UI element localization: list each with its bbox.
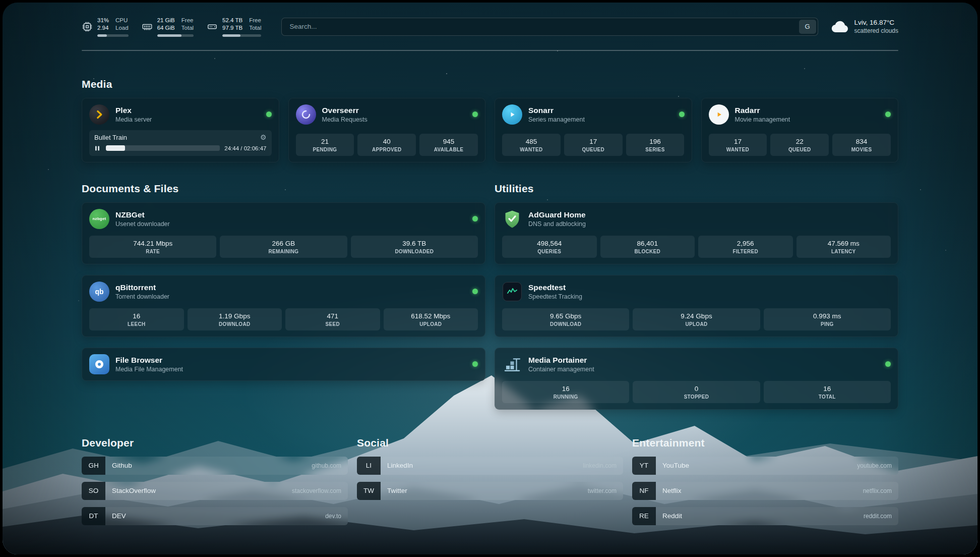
weather-widget: Lviv, 16.87°C scattered clouds <box>831 19 898 34</box>
service-name: qBittorrent <box>115 283 169 292</box>
topbar: 31% CPU 2.94 Load 21 GiB Free 64 <box>82 17 898 37</box>
service-card-speedtest[interactable]: Speedtest Speedtest Tracking 9.65 GbpsDO… <box>495 275 898 337</box>
stat-filtered: 2,956FILTERED <box>698 236 793 258</box>
bookmarks-area: Developer GH Github github.com SO StackO… <box>82 437 898 532</box>
service-card-qbittorrent[interactable]: qb qBittorrent Torrent downloader 16LEEC… <box>82 275 485 337</box>
service-card-adguard[interactable]: AdGuard Home DNS and adblocking 498,564Q… <box>495 202 898 264</box>
disk-label-top: Free <box>249 17 261 24</box>
stat-queued: 22QUEUED <box>770 134 829 156</box>
service-card-radarr[interactable]: Radarr Movie management 17WANTED 22QUEUE… <box>701 98 899 162</box>
stat-upload: 9.24 GbpsUPLOAD <box>633 308 760 330</box>
disk-total: 97.9 TB <box>222 24 242 31</box>
ram-icon <box>142 21 153 32</box>
service-name: Plex <box>115 106 152 115</box>
playback-progress-bar[interactable] <box>106 145 220 151</box>
bookmark-netflix[interactable]: NF Netflix netflix.com <box>632 482 898 500</box>
stat-approved: 40APPROVED <box>357 134 416 156</box>
service-description: Media server <box>115 116 152 123</box>
now-playing-widget: Bullet Train ⚙ 24:44 / 02:06:47 <box>89 130 272 156</box>
filebrowser-icon <box>89 354 109 374</box>
bookmark-stackoverflow[interactable]: SO StackOverflow stackoverflow.com <box>82 482 348 500</box>
bookmark-abbr: GH <box>82 457 105 475</box>
bookmark-name: YouTube <box>656 462 689 469</box>
cloud-icon <box>831 20 849 33</box>
stat-pending: 21PENDING <box>296 134 354 156</box>
search-bar[interactable]: G <box>281 18 818 36</box>
bookmark-reddit[interactable]: RE Reddit reddit.com <box>632 507 898 525</box>
service-card-nzbget[interactable]: nzbget NZBGet Usenet downloader 744.21 M… <box>82 202 485 264</box>
service-description: DNS and adblocking <box>528 220 586 228</box>
stat-latency: 47.569 msLATENCY <box>797 236 891 258</box>
bookmark-abbr: TW <box>357 482 381 500</box>
service-description: Series management <box>528 116 585 123</box>
bookmark-dev[interactable]: DT DEV dev.to <box>82 507 348 525</box>
service-card-plex[interactable]: Plex Media server Bullet Train ⚙ <box>82 98 279 162</box>
stat-rate: 744.21 MbpsRATE <box>89 236 216 258</box>
stat-seed: 471SEED <box>285 308 380 330</box>
service-card-portainer[interactable]: Media Portainer Container management 16R… <box>495 348 898 410</box>
bookmark-group-entertainment: Entertainment YT YouTube youtube.com NF … <box>632 437 898 532</box>
bookmark-abbr: LI <box>357 457 381 475</box>
bookmark-group-heading: Social <box>357 437 623 449</box>
service-description: Media Requests <box>322 116 368 123</box>
stat-wanted: 17WANTED <box>709 134 767 156</box>
stars-decoration <box>3 3 4 4</box>
bookmark-github[interactable]: GH Github github.com <box>82 457 348 475</box>
stat-leech: 16LEECH <box>89 308 184 330</box>
bookmark-domain: linkedin.com <box>583 462 623 469</box>
status-dot <box>885 112 891 117</box>
disk-usage-bar <box>222 34 261 37</box>
ram-usage-bar <box>157 34 194 37</box>
bookmark-abbr: DT <box>82 507 105 525</box>
cpu-icon <box>82 21 93 32</box>
sonarr-icon <box>502 104 522 125</box>
bookmark-domain: github.com <box>312 462 348 469</box>
bookmark-youtube[interactable]: YT YouTube youtube.com <box>632 457 898 475</box>
overseerr-icon <box>296 104 316 125</box>
search-provider-button[interactable]: G <box>799 20 816 34</box>
bookmark-name: LinkedIn <box>381 462 413 469</box>
stat-queries: 498,564QUERIES <box>502 236 597 258</box>
service-name: File Browser <box>115 356 183 365</box>
stat-downloaded: 39.6 TBDOWNLOADED <box>351 236 478 258</box>
stat-total: 16TOTAL <box>764 381 891 403</box>
service-name: Overseerr <box>322 106 368 115</box>
playback-time: 24:44 / 02:06:47 <box>224 145 266 151</box>
adguard-icon <box>502 209 522 229</box>
stat-running: 16RUNNING <box>502 381 629 403</box>
service-card-sonarr[interactable]: Sonarr Series management 485WANTED 17QUE… <box>495 98 692 162</box>
bookmark-abbr: SO <box>82 482 105 500</box>
status-dot <box>679 112 685 117</box>
stat-series: 196SERIES <box>626 134 685 156</box>
bookmark-linkedin[interactable]: LI LinkedIn linkedin.com <box>357 457 623 475</box>
radarr-icon <box>709 104 729 125</box>
bookmark-domain: dev.to <box>325 513 348 520</box>
bookmark-domain: youtube.com <box>857 462 898 469</box>
stat-stopped: 0STOPPED <box>633 381 760 403</box>
service-name: Speedtest <box>528 283 582 292</box>
bookmark-twitter[interactable]: TW Twitter twitter.com <box>357 482 623 500</box>
bookmark-name: Reddit <box>656 512 682 520</box>
speedtest-icon <box>502 282 522 302</box>
service-card-overseerr[interactable]: Overseerr Media Requests 21PENDING 40APP… <box>288 98 486 162</box>
media-heading: Media <box>82 78 898 90</box>
settings-gear-icon[interactable]: ⚙ <box>260 134 267 141</box>
status-dot <box>885 361 891 367</box>
search-input[interactable] <box>283 20 799 34</box>
stat-available: 945AVAILABLE <box>419 134 478 156</box>
cpu-label-top: CPU <box>115 17 129 24</box>
service-name: Sonarr <box>528 106 585 115</box>
service-card-filebrowser[interactable]: File Browser Media File Management <box>82 348 485 381</box>
ram-total: 64 GiB <box>157 24 175 31</box>
cpu-widget: 31% CPU 2.94 Load <box>82 17 129 37</box>
status-dot <box>472 361 478 367</box>
pause-icon[interactable] <box>94 145 101 151</box>
bookmark-name: Netflix <box>656 487 682 494</box>
stat-wanted: 485WANTED <box>502 134 561 156</box>
cpu-label-bottom: Load <box>115 24 129 31</box>
disk-free: 52.4 TB <box>222 17 242 24</box>
dashboard-window: 31% CPU 2.94 Load 21 GiB Free 64 <box>3 3 977 554</box>
stat-upload: 618.52 MbpsUPLOAD <box>384 308 478 330</box>
section-utilities: Utilities AdGu <box>495 183 898 410</box>
stat-download: 1.19 GbpsDOWNLOAD <box>188 308 282 330</box>
